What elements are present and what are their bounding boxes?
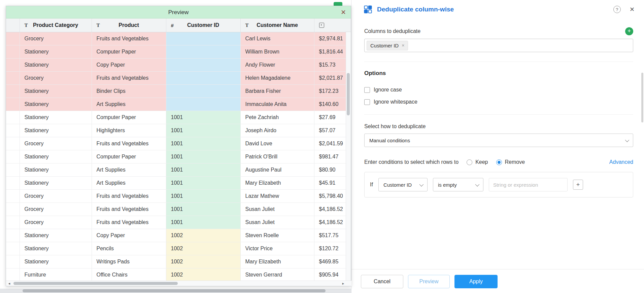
- cell-product-category: Grocery: [20, 189, 92, 203]
- cell-amount: $1,816.44: [314, 45, 346, 58]
- cell-customer-id: 1002: [166, 255, 240, 268]
- cell-customer-name: David Love: [240, 137, 314, 150]
- column-header-product[interactable]: T Product: [92, 19, 166, 32]
- scroll-left-arrow-icon[interactable]: ◄: [8, 281, 11, 286]
- cancel-button[interactable]: Cancel: [361, 275, 403, 288]
- dedupe-method-label: Select how to deduplicate: [364, 123, 633, 130]
- chip-remove-icon[interactable]: ×: [402, 43, 404, 48]
- keep-radio[interactable]: [467, 159, 472, 165]
- cell-product: Fruits and Vegetables: [92, 216, 166, 229]
- help-icon[interactable]: ?: [613, 6, 621, 13]
- condition-operator-select[interactable]: is empty: [433, 178, 483, 191]
- cell-customer-name: Steven Roelle: [240, 229, 314, 242]
- cell-product: Copy Paper: [92, 229, 166, 242]
- table-row: Stationery Binder Clips Barbara Fisher $…: [6, 84, 346, 98]
- panel-body: Columns to deduplicate + Customer ID × O…: [351, 27, 644, 197]
- cell-amount: $905.94: [314, 268, 346, 281]
- vertical-scrollbar-thumb[interactable]: [347, 73, 350, 115]
- table-row: Stationery Pencils 1002 Victor Price $12…: [6, 242, 346, 255]
- condition-value-input[interactable]: [489, 178, 568, 191]
- table-row: Grocery Fruits and Vegetables 1001 Lazar…: [6, 189, 346, 203]
- cell-product-category: Stationery: [20, 242, 92, 255]
- advanced-link[interactable]: Advanced: [609, 159, 633, 165]
- cell-customer-name: Carl Lewis: [240, 32, 314, 45]
- ignore-whitespace-checkbox[interactable]: [364, 99, 370, 105]
- cell-product-category: Grocery: [20, 71, 92, 84]
- cell-product: Art Supplies: [92, 98, 166, 111]
- row-gutter-cell: [6, 45, 20, 58]
- cell-amount: $57.07: [314, 124, 346, 137]
- row-gutter-cell: [6, 84, 20, 98]
- chevron-down-icon: [475, 182, 479, 186]
- panel-scrollbar-thumb[interactable]: [641, 73, 643, 122]
- cell-amount: $4,186.52: [314, 216, 346, 229]
- scrollbar-header-corner: [346, 19, 351, 32]
- vertical-scrollbar[interactable]: [346, 32, 351, 281]
- condition-column-select[interactable]: Customer ID: [378, 178, 428, 191]
- cell-customer-id: 1002: [166, 229, 240, 242]
- preview-table-body: Grocery Fruits and Vegetables Carl Lewis…: [6, 32, 346, 281]
- cell-amount: $140.60: [314, 98, 346, 111]
- remove-radio[interactable]: [496, 159, 502, 165]
- panel-close-icon[interactable]: ✕: [630, 6, 635, 13]
- cell-customer-id: 1001: [166, 176, 240, 189]
- column-header-product-category[interactable]: T Product Category: [20, 19, 92, 32]
- preview-modal: Preview ✕ T Product Category: [6, 6, 351, 286]
- cell-customer-id: 1001: [166, 189, 240, 203]
- table-header-row: T Product Category T Product # Customer …: [6, 19, 346, 32]
- column-header-amount[interactable]: [314, 19, 346, 32]
- cell-amount: $981.47: [314, 150, 346, 163]
- add-condition-button[interactable]: +: [573, 180, 583, 190]
- cell-product-category: Furniture: [20, 268, 92, 281]
- column-header-customer-id[interactable]: # Customer ID: [166, 19, 240, 32]
- cell-product: Writings Pads: [92, 255, 166, 268]
- condition-operator-value: is empty: [438, 182, 457, 188]
- preview-button[interactable]: Preview: [408, 275, 450, 288]
- section-divider: [364, 62, 633, 62]
- cell-amount: $2,974.81: [314, 32, 346, 45]
- ignore-case-checkbox[interactable]: [364, 87, 370, 93]
- deduplicate-icon: [364, 5, 372, 14]
- preview-close-icon[interactable]: ✕: [341, 6, 346, 19]
- preview-title: Preview: [6, 6, 351, 19]
- table-row: Furniture Office Chairs 1002 Steven Gerr…: [6, 268, 346, 281]
- preview-area: Preview ✕ T Product Category: [0, 0, 351, 293]
- cell-customer-name: Pete Zachriah: [240, 111, 314, 124]
- row-gutter-cell: [6, 189, 20, 203]
- cell-customer-id: 1001: [166, 124, 240, 137]
- page-horizontal-scrollbar-thumb[interactable]: [23, 289, 326, 292]
- panel-header: Deduplicate column-wise ? ✕: [351, 0, 644, 14]
- keep-radio-label[interactable]: Keep: [475, 159, 488, 165]
- apply-button[interactable]: Apply: [454, 275, 498, 288]
- add-column-button[interactable]: +: [625, 27, 633, 35]
- deduplicate-panel: Deduplicate column-wise ? ✕ Columns to d…: [351, 0, 644, 293]
- cell-product-category: Stationery: [20, 255, 92, 268]
- cell-product: Computer Paper: [92, 45, 166, 58]
- remove-radio-label[interactable]: Remove: [505, 159, 525, 165]
- cell-product-category: Stationery: [20, 58, 92, 71]
- cell-product: Office Chairs: [92, 268, 166, 281]
- horizontal-scrollbar[interactable]: ◄ ►: [6, 281, 351, 286]
- ignore-whitespace-option[interactable]: Ignore whitespace: [364, 99, 633, 105]
- cell-customer-name: Joseph Airdo: [240, 124, 314, 137]
- cell-product: Computer Paper: [92, 111, 166, 124]
- cell-customer-name: William Brown: [240, 45, 314, 58]
- cell-customer-id: 1001: [166, 216, 240, 229]
- dedupe-method-value: Manual conditions: [369, 138, 410, 143]
- scroll-right-arrow-icon[interactable]: ►: [342, 281, 345, 286]
- dedupe-method-select[interactable]: Manual conditions: [364, 134, 633, 147]
- cell-customer-id: 1001: [166, 203, 240, 216]
- horizontal-scrollbar-thumb[interactable]: [13, 282, 178, 285]
- ignore-case-label: Ignore case: [374, 87, 402, 93]
- column-header-customer-name[interactable]: T Customer Name: [240, 19, 314, 32]
- table-row: Grocery Fruits and Vegetables Carl Lewis…: [6, 32, 346, 45]
- row-gutter-cell: [6, 137, 20, 150]
- cell-customer-name: Helen Magadalene: [240, 71, 314, 84]
- ignore-case-option[interactable]: Ignore case: [364, 87, 633, 93]
- page-horizontal-scrollbar[interactable]: [0, 289, 351, 293]
- number-type-icon: #: [171, 22, 174, 28]
- cell-amount: $15.73: [314, 58, 346, 71]
- selected-columns-input[interactable]: Customer ID ×: [364, 39, 633, 52]
- cell-customer-id: [166, 84, 240, 98]
- cell-product: Copy Paper: [92, 58, 166, 71]
